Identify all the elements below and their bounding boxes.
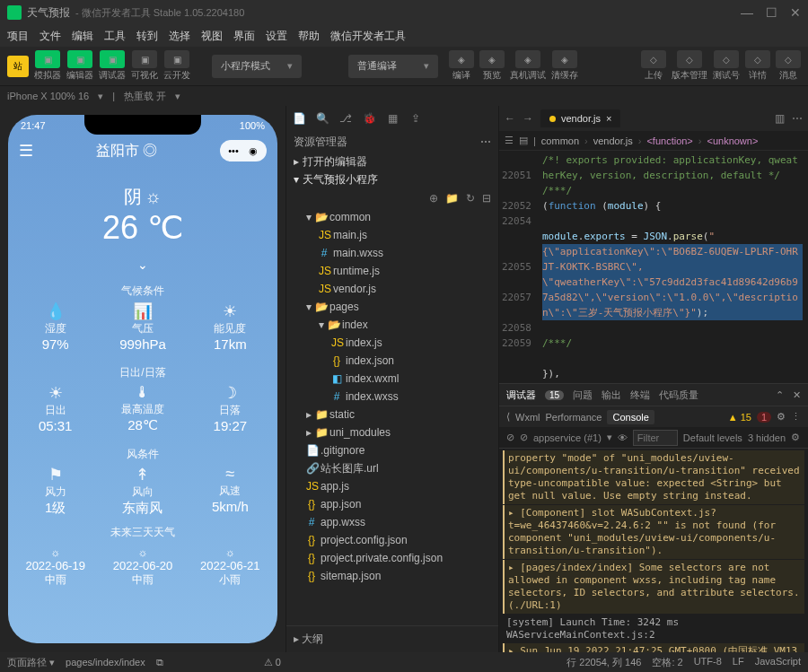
explorer-more-icon[interactable]: ⋯ [480,135,491,148]
page-route[interactable]: pages/index/index [66,657,145,668]
clear-icon[interactable]: ⊘ [520,432,528,443]
action-编译[interactable]: ◈编译 [449,50,474,82]
file-vendor.js[interactable]: JS vendor.js [286,280,498,298]
level-select[interactable]: Default levels [683,432,742,443]
log-entry[interactable]: property "mode" of "uni_modules/uview-ui… [503,450,804,504]
menu-设置[interactable]: 设置 [266,29,287,44]
menu-编辑[interactable]: 编辑 [72,29,93,44]
collapse-icon[interactable]: ⊟ [482,192,491,205]
tool-可视化[interactable]: ▣可视化 [131,50,158,82]
device-name[interactable]: iPhone X 100% 16 [7,91,89,101]
code-content[interactable]: /*! exports provided: applicationKey, qw… [537,151,808,383]
outline-section[interactable]: ▸ 大纲 [286,625,498,652]
tool-模拟器[interactable]: ▣模拟器 [34,50,61,82]
file-index.json[interactable]: {} index.json [286,352,498,370]
log-entry[interactable]: ▸ [pages/index/index] Some selectors are… [503,560,804,614]
file-runtime.js[interactable]: JS runtime.js [286,262,498,280]
left-icon[interactable]: ⟨ [506,411,510,423]
copy-icon[interactable]: ⧉ [156,657,163,668]
filter-input[interactable] [633,430,678,446]
file-common[interactable]: ▾ 📂 common [286,208,498,226]
menu-转到[interactable]: 转到 [136,29,158,44]
compile-dropdown[interactable]: 普通编译 [348,55,438,78]
file-index.wxml[interactable]: ◧ index.wxml [286,370,498,388]
right-上传[interactable]: ◇上传 [641,50,666,82]
file-.gitignore[interactable]: 📄 .gitignore [286,441,498,459]
extension-tab-icon[interactable]: ▦ [385,112,400,125]
menu-帮助[interactable]: 帮助 [298,29,320,44]
log-entry[interactable]: [system] Launch Time: 3242 ms WAServiceM… [503,615,804,643]
action-预览[interactable]: ◈预览 [479,50,505,82]
file-index.js[interactable]: JS index.js [286,334,498,352]
file-main.js[interactable]: JS main.js [286,226,498,244]
toc-icon[interactable]: ▤ [519,135,528,146]
context-select[interactable]: appservice (#1) [533,432,602,443]
menu-工具[interactable]: 工具 [104,29,126,44]
mode-dropdown[interactable]: 小程序模式 [212,55,302,78]
file-project.private.config.json[interactable]: {} project.private.config.json [286,549,498,567]
console-output[interactable]: property "mode" of "uni_modules/uview-ui… [499,449,808,652]
right-详情[interactable]: ◇详情 [745,50,770,82]
debugger-tab[interactable]: 调试器 [506,388,536,402]
sponsor-icon[interactable]: 站 [7,56,29,77]
console-gear-icon[interactable]: ⚙ [777,411,786,423]
new-folder-icon[interactable]: 📁 [445,192,459,205]
tool-云开发[interactable]: ▣云开发 [163,50,190,82]
cursor-position[interactable]: 行 22054, 列 146 [566,656,641,669]
quality-tab[interactable]: 代码质量 [659,388,698,402]
maximize-button[interactable]: ☐ [766,5,777,20]
indent-info[interactable]: 空格: 2 [652,656,682,669]
editor-tab[interactable]: vendor.js × [540,109,620,127]
menu-项目[interactable]: 项目 [7,29,29,44]
split-editor-icon[interactable]: ▥ [775,112,785,125]
right-测试号[interactable]: ◇测试号 [713,50,740,82]
file-static[interactable]: ▸ 📁 static [286,406,498,423]
capsule-close-icon[interactable]: ◉ [245,143,261,159]
language[interactable]: JavaScript [755,656,801,669]
search-tab-icon[interactable]: 🔍 [315,112,329,125]
eye-icon[interactable]: 👁 [618,432,628,443]
file-main.wxss[interactable]: # main.wxss [286,244,498,262]
menu-微信开发者工具[interactable]: 微信开发者工具 [330,29,406,44]
debug-tab-icon[interactable]: 🐞 [362,112,376,125]
open-editors-section[interactable]: ▸ 打开的编辑器 [286,153,498,170]
file-站长图库.url[interactable]: 🔗 站长图库.url [286,459,498,477]
console-settings-icon[interactable]: ⚙ [791,432,800,443]
file-pages[interactable]: ▾ 📂 pages [286,298,498,316]
eol[interactable]: LF [733,656,744,669]
file-index.wxss[interactable]: # index.wxss [286,388,498,406]
file-index[interactable]: ▾ 📂 index [286,316,498,334]
tool-编辑器[interactable]: ▣编辑器 [66,50,93,82]
close-button[interactable]: ✕ [790,5,801,20]
file-project.config.json[interactable]: {} project.config.json [286,531,498,549]
file-app.json[interactable]: {} app.json [286,495,498,513]
minimize-button[interactable]: — [741,5,753,20]
problems-tab[interactable]: 问题 [573,388,593,402]
file-sitemap.json[interactable]: {} sitemap.json [286,567,498,585]
panel-close-icon[interactable]: ✕ [793,389,801,401]
simulator-device[interactable]: 21:47 100% ☰ 益阳市 ◎ ••• ◉ 阴 ☼ 26 ℃ ⌄ 气候条件… [8,115,277,643]
nav-fwd-icon[interactable]: → [523,112,533,125]
menu-界面[interactable]: 界面 [233,29,255,44]
tool-调试器[interactable]: ▣调试器 [99,50,126,82]
right-版本管理[interactable]: ◇版本管理 [672,50,707,82]
nav-back-icon[interactable]: ← [505,112,515,125]
code-editor[interactable]: 22051 2205222054 22055 22057 2205822059 … [499,151,808,383]
console-tab[interactable]: Console [607,410,654,424]
file-app.js[interactable]: JS app.js [286,477,498,495]
wxml-tab[interactable]: Wxml [515,412,540,423]
file-app.wxss[interactable]: # app.wxss [286,513,498,531]
forbid-icon[interactable]: ⊘ [506,432,514,443]
file-uni_modules[interactable]: ▸ 📁 uni_modules [286,423,498,441]
right-消息[interactable]: ◇消息 [776,50,801,82]
menu-选择[interactable]: 选择 [169,29,190,44]
terminal-tab[interactable]: 终端 [630,388,650,402]
menu-文件[interactable]: 文件 [40,29,61,44]
hot-reload-status[interactable]: 热重载 开 [124,90,166,103]
perf-tab[interactable]: Performance [546,412,602,423]
expand-chevron-icon[interactable]: ⌄ [8,254,277,275]
action-真机调试[interactable]: ◈真机调试 [510,50,546,82]
location-pin-icon[interactable]: ◎ [143,143,157,158]
console-more-icon[interactable]: ⋮ [791,411,801,423]
encoding[interactable]: UTF-8 [694,656,722,669]
